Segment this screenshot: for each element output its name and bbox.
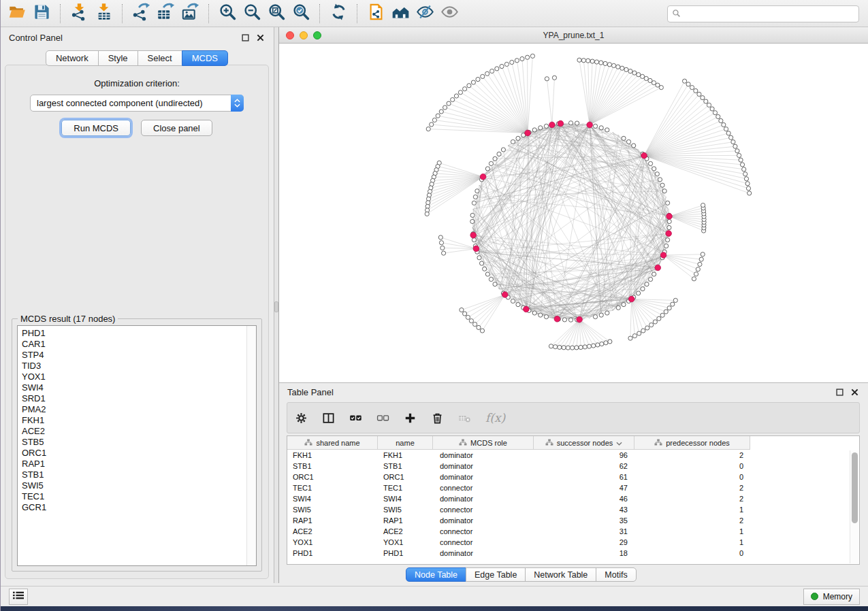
list-scrollbar[interactable]: [246, 326, 256, 565]
close-panel-icon[interactable]: [255, 32, 266, 43]
open-folder-button[interactable]: [5, 2, 29, 25]
table-row[interactable]: STB1STB1dominator620: [287, 461, 859, 472]
show-eye-button[interactable]: [437, 2, 462, 25]
mcds-result-item[interactable]: STB5: [22, 437, 245, 448]
zoom-in-icon: [219, 3, 237, 24]
deselect-all-button[interactable]: [376, 412, 389, 425]
column-hierarchy-icon: [654, 439, 662, 447]
export-table-button[interactable]: [153, 2, 178, 25]
zoom-selected-button[interactable]: [289, 2, 313, 25]
mcds-result-item[interactable]: YOX1: [22, 371, 245, 382]
refresh-icon: [329, 3, 348, 24]
import-network-button[interactable]: [67, 2, 91, 25]
tab-select[interactable]: Select: [138, 50, 182, 66]
mcds-result-item[interactable]: ORC1: [22, 448, 245, 459]
zoom-in-button[interactable]: [215, 2, 240, 25]
table-row[interactable]: FKH1FKH1dominator962: [287, 450, 859, 461]
splitter-grip[interactable]: [274, 301, 278, 312]
mcds-result-item[interactable]: RAP1: [22, 459, 245, 469]
zoom-fit-button[interactable]: [264, 2, 289, 25]
close-window-icon[interactable]: [286, 31, 294, 39]
table-row[interactable]: PHD1PHD1dominator180: [287, 548, 859, 559]
mcds-result-item[interactable]: SRD1: [22, 393, 245, 404]
tab-network[interactable]: Network: [46, 50, 99, 66]
zoom-out-button[interactable]: [240, 2, 264, 25]
add-row-button[interactable]: [404, 412, 417, 425]
cytoscape-window: Control Panel NetworkStyleSelectMCDS Opt…: [0, 0, 868, 611]
export-network-icon: [132, 3, 150, 24]
column-layout-button[interactable]: [322, 412, 335, 425]
column-header-shared-name[interactable]: shared name: [287, 436, 378, 450]
mcds-result-list[interactable]: PHD1CAR1STP4TID3YOX1SWI4SRD1PMA2FKH1ACE2…: [17, 325, 257, 566]
table-row[interactable]: ACE2ACE2connector311: [287, 526, 859, 537]
network-canvas[interactable]: [279, 44, 868, 382]
save-button[interactable]: [29, 2, 54, 25]
network-home-button[interactable]: [388, 2, 413, 25]
mcds-result-groupbox: MCDS result (17 nodes) PHD1CAR1STP4TID3Y…: [12, 318, 262, 572]
column-header-successor-nodes[interactable]: successor nodes: [534, 436, 634, 450]
select-all-button[interactable]: [349, 412, 362, 425]
tab-edge-table[interactable]: Edge Table: [466, 567, 526, 582]
table-row[interactable]: YOX1YOX1connector291: [287, 537, 859, 548]
mcds-result-item[interactable]: FKH1: [22, 415, 245, 426]
mcds-result-item[interactable]: TEC1: [22, 491, 245, 502]
mcds-result-item[interactable]: CAR1: [22, 339, 245, 350]
function-builder-button: f(x): [485, 411, 505, 425]
toolbar-separator: [319, 4, 320, 23]
search-box[interactable]: [667, 5, 859, 22]
column-header-predecessor-nodes[interactable]: predecessor nodes: [634, 436, 750, 450]
mcds-result-item[interactable]: STP4: [22, 350, 245, 361]
mcds-result-item[interactable]: SWI5: [22, 480, 245, 491]
hide-eye-button[interactable]: [413, 2, 437, 25]
tab-node-table[interactable]: Node Table: [406, 567, 466, 582]
tab-network-table[interactable]: Network Table: [525, 567, 596, 582]
tab-style[interactable]: Style: [98, 50, 138, 66]
export-network-button[interactable]: [129, 2, 153, 25]
float-table-panel-icon[interactable]: [834, 386, 845, 397]
column-hierarchy-icon: [545, 439, 553, 447]
close-panel-button[interactable]: Close panel: [141, 120, 212, 136]
run-mcds-button[interactable]: Run MCDS: [61, 120, 131, 136]
table-row[interactable]: SWI5SWI5connector431: [287, 504, 859, 515]
table-row[interactable]: ORC1ORC1dominator610: [287, 472, 859, 482]
minimize-window-icon[interactable]: [300, 31, 308, 39]
control-panel-titlebar: Control Panel: [1, 27, 274, 48]
column-header-MCDS-role[interactable]: MCDS role: [433, 436, 534, 450]
maximize-window-icon[interactable]: [313, 31, 321, 39]
mcds-result-item[interactable]: STB1: [22, 469, 245, 480]
scrollbar-thumb[interactable]: [852, 452, 858, 523]
search-input[interactable]: [684, 9, 854, 20]
mcds-result-item[interactable]: PMA2: [22, 404, 245, 415]
share-document-button[interactable]: [364, 2, 388, 25]
refresh-button[interactable]: [326, 2, 351, 25]
mcds-result-item[interactable]: SWI4: [22, 382, 245, 393]
mcds-tab-content: Optimization criterion: largest connecte…: [5, 65, 269, 579]
import-network-icon: [70, 3, 89, 24]
column-header-name[interactable]: name: [378, 436, 433, 450]
optimization-criterion-label: Optimization criterion:: [5, 78, 268, 88]
mcds-result-item[interactable]: TID3: [22, 361, 245, 371]
mcds-result-item[interactable]: GCR1: [22, 502, 245, 513]
tab-motifs[interactable]: Motifs: [596, 567, 636, 582]
settings-gear-button[interactable]: [295, 412, 308, 425]
task-history-button[interactable]: [9, 589, 28, 605]
main-toolbar: [1, 0, 868, 27]
optimization-criterion-select[interactable]: largest connected component (undirected): [30, 95, 244, 112]
tab-mcds[interactable]: MCDS: [182, 50, 228, 66]
import-table-button[interactable]: [91, 2, 116, 25]
table-scrollbar[interactable]: [850, 450, 858, 563]
table-row[interactable]: SWI4SWI4dominator462: [287, 493, 859, 504]
network-view-titlebar[interactable]: YPA_prune.txt_1: [279, 27, 868, 44]
mcds-result-item[interactable]: PHD1: [22, 328, 245, 339]
panel-splitter[interactable]: [274, 27, 279, 583]
float-panel-icon[interactable]: [240, 32, 251, 43]
toolbar-separator: [122, 4, 123, 23]
mcds-result-item[interactable]: ACE2: [22, 426, 245, 437]
close-table-panel-icon[interactable]: [849, 386, 860, 397]
export-image-button[interactable]: [178, 2, 202, 25]
table-row[interactable]: RAP1RAP1dominator352: [287, 515, 859, 526]
table-row[interactable]: TEC1TEC1connector472: [287, 482, 859, 493]
memory-button[interactable]: Memory: [803, 589, 860, 605]
delete-row-button[interactable]: [431, 412, 444, 425]
network-graph[interactable]: [279, 44, 868, 382]
